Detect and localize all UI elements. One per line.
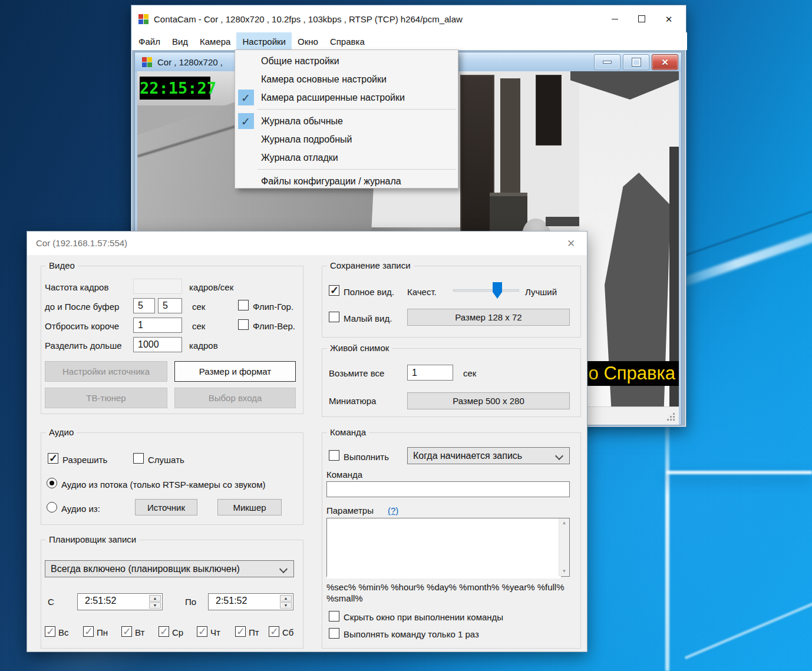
day-sunday-label: Вс <box>58 627 69 637</box>
flip-vertical-checkbox[interactable] <box>238 319 249 330</box>
menu-view[interactable]: Вид <box>166 32 194 50</box>
video-scene-door <box>536 75 562 146</box>
day-sunday-checkbox[interactable] <box>45 626 55 637</box>
wallpaper-beam <box>665 423 669 671</box>
run-once-checkbox[interactable] <box>329 628 339 639</box>
scheduler-to-time[interactable]: 2:51:52 ▲ ▼ <box>208 593 293 610</box>
menu-item-camera-basic-settings[interactable]: Камера основные настройки <box>235 70 458 88</box>
framerate-unit: кадров/сек <box>189 282 233 292</box>
contacam-app-icon <box>138 14 148 24</box>
spin-up-icon[interactable]: ▲ <box>149 595 161 601</box>
menu-item-config-files[interactable]: Файлы конфигурации / журнала <box>235 172 458 190</box>
run-once-label: Выполнять команду только 1 раз <box>344 629 479 639</box>
audio-listen-checkbox[interactable] <box>133 453 144 464</box>
resize-grip-icon[interactable] <box>673 419 675 421</box>
params-textarea[interactable] <box>327 518 561 579</box>
discard-label: Отбросить короче <box>45 321 119 331</box>
menu-item-label: Журнала отладки <box>261 153 338 163</box>
menu-label: Окно <box>298 37 318 47</box>
dialog-title-bar[interactable]: Cor (192.168.1.57:554) ✕ <box>27 232 587 255</box>
menu-item-log-debug[interactable]: Журнала отладки <box>235 148 458 167</box>
full-video-label: Полное вид. <box>344 287 394 297</box>
day-thursday-checkbox[interactable] <box>197 626 207 637</box>
icon-part <box>142 57 147 62</box>
time-value: 2:51:52 <box>216 596 247 606</box>
menu-settings[interactable]: Настройки <box>236 32 292 50</box>
menu-item-label: Камера расширенные настройки <box>261 92 405 103</box>
menu-file[interactable]: Файл <box>133 32 166 50</box>
day-wednesday-checkbox[interactable] <box>159 626 169 637</box>
day-tuesday-checkbox[interactable] <box>121 626 132 637</box>
command-trigger-select[interactable]: Когда начинается запись <box>407 447 570 464</box>
menu-separator <box>258 169 456 170</box>
spin-down-icon[interactable]: ▼ <box>280 602 292 609</box>
menu-window[interactable]: Окно <box>292 32 324 50</box>
quality-slider-track[interactable] <box>453 289 519 292</box>
input-select-button: Выбор входа <box>174 388 296 408</box>
day-friday-checkbox[interactable] <box>235 626 246 637</box>
spin-up-icon[interactable]: ▲ <box>280 595 292 601</box>
group-title: Видео <box>46 260 78 270</box>
audio-stream-radio[interactable] <box>47 478 57 488</box>
buffer-after-input[interactable] <box>158 298 182 313</box>
scheduler-mode-select[interactable]: Всегда включено (планировщик выключен) <box>45 560 294 577</box>
menu-item-general-settings[interactable]: Общие настройки <box>235 52 458 70</box>
menu-camera[interactable]: Камера <box>194 32 236 50</box>
buffer-before-input[interactable] <box>133 298 155 313</box>
flip-horizontal-checkbox[interactable] <box>238 300 249 310</box>
day-saturday-checkbox[interactable] <box>269 626 279 637</box>
menu-separator <box>258 109 456 110</box>
minimize-button[interactable] <box>601 8 628 30</box>
buffer-label: до и После буфер <box>45 302 119 312</box>
icon-part <box>147 62 152 67</box>
minimize-icon <box>612 19 618 19</box>
day-thursday-label: Чт <box>210 627 220 637</box>
scheduler-from-time[interactable]: 2:51:52 ▲ ▼ <box>77 593 163 610</box>
split-input[interactable] <box>133 337 182 352</box>
framerate-input <box>133 279 182 294</box>
menu-item-log-normal[interactable]: Журнала обычные <box>235 112 458 130</box>
command-execute-checkbox[interactable] <box>329 450 339 461</box>
audio-source-button[interactable]: Источник <box>135 499 197 515</box>
audio-mixer-button[interactable]: Микшер <box>217 499 282 515</box>
maximize-button[interactable] <box>628 8 655 30</box>
menu-label: Настройки <box>242 37 286 47</box>
discard-input[interactable] <box>133 318 182 333</box>
params-help-link[interactable]: (?) <box>388 505 398 515</box>
spin-down-icon[interactable]: ▼ <box>149 602 161 609</box>
audio-from-radio[interactable] <box>47 502 57 513</box>
small-size-button[interactable]: Размер 128 x 72 <box>407 309 570 326</box>
day-saturday-label: Сб <box>282 627 293 637</box>
scroll-up-icon[interactable]: ▲ <box>559 518 569 528</box>
main-menu-bar: Файл Вид Камера Настройки Окно Справка <box>131 32 687 50</box>
audio-stream-label: Аудио из потока (только RTSP-камеры со з… <box>61 480 266 490</box>
audio-enable-checkbox[interactable] <box>48 453 58 464</box>
video-overlay-text[interactable]: о Справка <box>589 362 675 385</box>
scheduler-mode-value: Всегда включено (планировщик выключен) <box>51 564 240 574</box>
camera-restore-button[interactable] <box>623 54 649 70</box>
size-format-button[interactable]: Размер и формат <box>174 361 296 382</box>
day-monday-checkbox[interactable] <box>83 626 94 637</box>
close-button[interactable]: ✕ <box>655 8 682 30</box>
take-all-unit: сек <box>463 368 476 378</box>
time-value: 2:51:52 <box>85 596 116 606</box>
quality-value-label: Лучший <box>525 287 557 297</box>
scroll-down-icon[interactable]: ▼ <box>559 567 569 576</box>
checkmark-icon <box>238 113 254 129</box>
menu-help[interactable]: Справка <box>324 32 371 50</box>
scheduler-to-label: По <box>185 597 196 607</box>
dialog-close-button[interactable]: ✕ <box>562 236 580 251</box>
thumbnail-size-button[interactable]: Размер 500 x 280 <box>407 392 570 409</box>
take-all-input[interactable] <box>407 365 453 381</box>
camera-close-button[interactable]: ✕ <box>652 54 678 70</box>
full-video-checkbox[interactable] <box>329 285 339 296</box>
window-controls: ✕ <box>601 8 682 30</box>
scrollbar[interactable]: ▲ ▼ <box>559 518 569 576</box>
camera-minimize-button[interactable] <box>594 54 620 70</box>
hide-window-checkbox[interactable] <box>329 611 339 622</box>
small-video-checkbox[interactable] <box>329 312 339 322</box>
flip-horizontal-label: Флип-Гор. <box>253 302 293 312</box>
menu-item-camera-advanced-settings[interactable]: Камера расширенные настройки <box>235 88 458 107</box>
command-input[interactable] <box>326 481 570 497</box>
menu-item-log-verbose[interactable]: Журнала подробный <box>235 130 458 148</box>
